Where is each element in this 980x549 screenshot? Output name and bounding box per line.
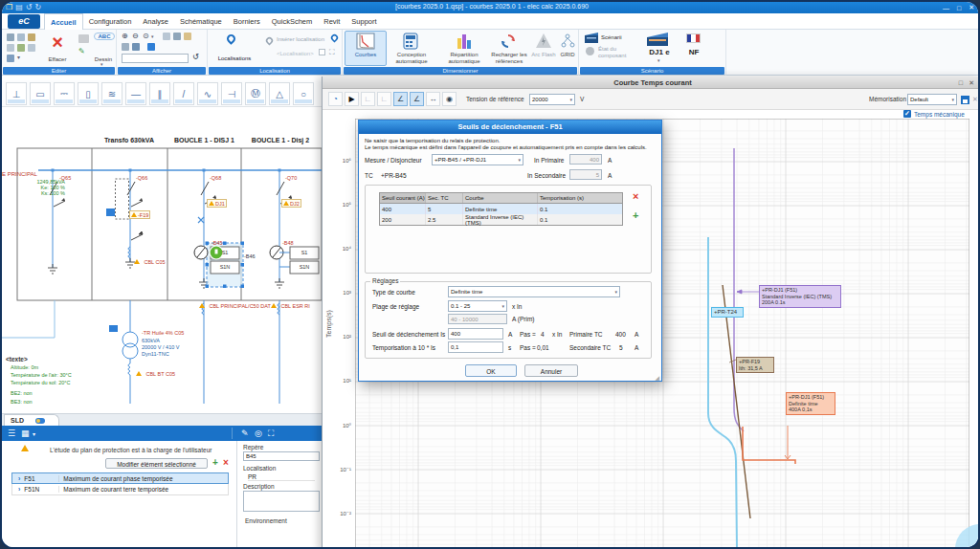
- device-label[interactable]: -Q70: [285, 175, 297, 181]
- temps-mecanique-checkbox[interactable]: ✓: [903, 110, 911, 118]
- component-symbol[interactable]: △: [269, 82, 290, 105]
- relay-s1n[interactable]: S1N: [290, 264, 319, 270]
- ok-button[interactable]: OK: [465, 364, 517, 377]
- seuil-declenchement-input[interactable]: 400: [448, 328, 503, 340]
- pan-hand-icon[interactable]: [184, 33, 191, 40]
- tab-revit[interactable]: Revit: [318, 13, 345, 30]
- rotate-view-icon[interactable]: [122, 43, 129, 51]
- temporisation-input[interactable]: 0,1: [448, 341, 503, 353]
- maximize-button[interactable]: □: [957, 5, 961, 11]
- component-symbol[interactable]: /: [173, 82, 194, 105]
- thresholds-table[interactable]: Seuil courant (A) Sec. TC Courbe Tempori…: [379, 192, 623, 226]
- move-view-icon[interactable]: [173, 33, 181, 40]
- clear-memorisation-icon[interactable]: ✕: [972, 96, 978, 103]
- abc-cloud-icon[interactable]: ABC: [94, 33, 115, 40]
- component-symbol[interactable]: —: [125, 82, 146, 105]
- duplicate-icon[interactable]: [17, 44, 25, 52]
- localisation-checkbox[interactable]: [319, 49, 325, 55]
- zoom-in-icon[interactable]: ⊕: [122, 32, 128, 40]
- component-symbol[interactable]: ▭: [30, 82, 51, 105]
- grid-dots-icon[interactable]: [147, 43, 155, 51]
- tab-quickschem[interactable]: QuickSchem: [266, 13, 319, 30]
- hand-icon[interactable]: ◉: [442, 92, 457, 106]
- annotation-pr-dj1-dt[interactable]: +PR-DJ1 (F51) Definite time 400A 0,1s: [786, 392, 835, 415]
- modify-selected-button[interactable]: Modifier élément sélectionné: [105, 458, 208, 469]
- tab-accueil[interactable]: Accueil: [44, 13, 83, 30]
- texte-block-title[interactable]: <texte>: [6, 356, 28, 362]
- tab-sld[interactable]: SLD: [4, 414, 59, 426]
- tab-schematique[interactable]: Schématique: [174, 13, 228, 30]
- zoom-out-icon[interactable]: ⊖: [132, 32, 139, 40]
- view-caret-icon[interactable]: ▾: [33, 427, 35, 442]
- add-threshold-button[interactable]: +: [633, 209, 638, 221]
- threshold-row[interactable]: 200 2.5 Standard Inverse (IEC) (TMS) 0.1: [380, 214, 622, 225]
- threshold-row[interactable]: 400 5 Definite time 0.1: [380, 204, 622, 214]
- format-icon[interactable]: [7, 44, 14, 52]
- curve-mode-icon[interactable]: ∟: [377, 92, 391, 106]
- edit-pen-icon[interactable]: ✎: [78, 47, 85, 55]
- tab-analyse[interactable]: Analyse: [137, 13, 174, 30]
- app-menu-button[interactable]: eC: [8, 14, 40, 29]
- repere-field[interactable]: B45: [243, 451, 320, 461]
- curve-maximize-button[interactable]: □: [959, 79, 963, 86]
- relay-s1n[interactable]: S1N: [211, 264, 239, 270]
- annotation-pr-t24[interactable]: +PR-T24: [711, 307, 744, 318]
- localisations-pin-icon[interactable]: [225, 33, 237, 45]
- more-caret-icon[interactable]: ▾: [17, 54, 20, 60]
- save-memorisation-icon[interactable]: [961, 96, 969, 104]
- paste-icon[interactable]: [28, 33, 35, 41]
- refresh-arrow-icon[interactable]: ↺: [192, 53, 199, 61]
- window-select-icon[interactable]: [163, 33, 170, 40]
- close-button[interactable]: ✕: [969, 4, 974, 11]
- add-protection-icon[interactable]: +: [212, 457, 218, 468]
- locate-icon[interactable]: ◎: [255, 426, 262, 441]
- network-icon[interactable]: [7, 55, 14, 62]
- component-symbol[interactable]: ≋: [101, 82, 122, 105]
- recharger-references-button[interactable]: Recharger les références: [488, 52, 530, 65]
- component-symbol[interactable]: ▯: [78, 82, 99, 105]
- copy-icon[interactable]: [17, 33, 25, 41]
- memorisation-select[interactable]: Default▾: [907, 94, 957, 105]
- shape-icon[interactable]: [78, 34, 89, 43]
- device-label[interactable]: -Q65: [59, 175, 71, 181]
- protection-row-f51[interactable]: › F51 Maximum de courant phase temporisé…: [11, 472, 229, 484]
- cut-icon[interactable]: [7, 33, 14, 41]
- pan-icon[interactable]: ↔: [426, 92, 440, 106]
- plage-reglage-select[interactable]: 0.1 - 25▾: [448, 300, 507, 312]
- component-symbol[interactable]: ⎓: [54, 82, 75, 105]
- transfo-name[interactable]: -TR Huile 4% C05: [142, 330, 184, 336]
- inserer-localisation-button[interactable]: Insérer localisation: [277, 36, 324, 42]
- resize-grip-icon[interactable]: ◢: [655, 374, 659, 381]
- curve-mode-icon[interactable]: ∠: [393, 92, 408, 106]
- component-symbol[interactable]: ⊥: [6, 82, 27, 105]
- annotation-pr-dj1-si[interactable]: +PR-DJ1 (F51) Standard Inverse (IEC) (TM…: [759, 285, 841, 308]
- minimize-button[interactable]: —: [943, 5, 949, 11]
- view-search-input[interactable]: [122, 54, 189, 63]
- description-field[interactable]: [243, 491, 320, 512]
- fit-view-icon[interactable]: ⛶: [329, 48, 335, 57]
- mesure-select[interactable]: +PR-B45 / +PR-DJ1▾: [432, 154, 523, 165]
- curve-mode-icon[interactable]: ∟: [361, 92, 375, 106]
- relay-s1[interactable]: S1: [290, 250, 319, 255]
- etat-composant-button[interactable]: État du composant: [598, 46, 636, 58]
- component-symbol[interactable]: ∥: [149, 82, 170, 105]
- dj1-scenario-button[interactable]: DJ1 e: [646, 48, 673, 56]
- conception-automatique-button[interactable]: Conception automatique: [389, 52, 434, 65]
- schematic-canvas[interactable]: Transfo 630kVA BOUCLE 1 - DISJ 1 BOUCLE …: [2, 107, 322, 413]
- layers-icon[interactable]: [132, 43, 140, 51]
- type-courbe-select[interactable]: Definite time▾: [448, 286, 620, 297]
- cancel-button[interactable]: Annuler: [524, 364, 578, 377]
- device-label[interactable]: -B45: [212, 240, 223, 246]
- align-icon[interactable]: [28, 44, 35, 52]
- list-view-icon[interactable]: ☰: [8, 426, 15, 441]
- device-label[interactable]: -Q68: [210, 175, 221, 181]
- reference-clock-icon[interactable]: ◔: [328, 92, 343, 106]
- tab-configuration[interactable]: Configuration: [83, 13, 138, 30]
- tab-support[interactable]: Support: [345, 13, 382, 30]
- remove-threshold-button[interactable]: ×: [633, 190, 638, 202]
- grid-button[interactable]: GRID: [557, 52, 578, 58]
- component-symbol[interactable]: ⊣: [221, 82, 242, 105]
- dessin-button[interactable]: Dessin: [90, 56, 117, 63]
- dialog-title[interactable]: Seuils de déclenchement - F51: [359, 121, 661, 134]
- tension-reference-select[interactable]: 20000▾: [529, 94, 575, 105]
